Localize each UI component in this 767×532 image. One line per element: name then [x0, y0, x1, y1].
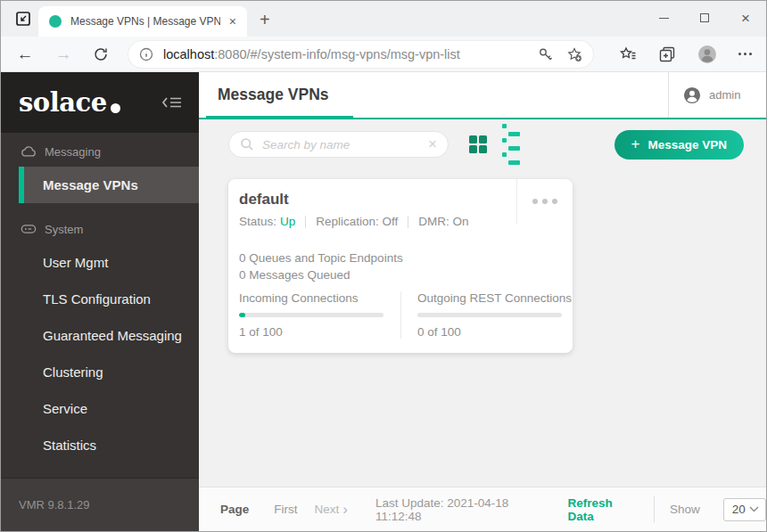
app-body: solace Messaging Message VPNs System: [1, 72, 766, 531]
profile-avatar-icon[interactable]: [697, 45, 717, 64]
sidebar-item-clustering[interactable]: Clustering: [1, 354, 199, 390]
cloud-icon: [21, 145, 37, 158]
plus-icon: +: [631, 138, 640, 151]
sidebar-item-service[interactable]: Service: [1, 390, 199, 427]
nav-section-messaging: Messaging: [1, 136, 199, 167]
browser-toolbar: ← → localhost:8080/#/system-info/msg-vpn…: [1, 37, 766, 72]
page-label: Page: [220, 503, 249, 516]
browser-tab-bar: Message VPNs | Message VPNs | × + ×: [1, 1, 766, 37]
search-input[interactable]: [262, 138, 428, 151]
maximize-icon: [700, 13, 709, 22]
main-panel: Message VPNs admin ×: [199, 72, 766, 531]
metric-value: 0 of 100: [417, 325, 573, 339]
outgoing-rest-connections-metric: Outgoing REST Connections 0 of 100: [400, 291, 573, 339]
replication-label: Replication: Off: [316, 215, 398, 228]
next-label: Next: [315, 503, 340, 516]
chevron-right-icon: ›: [342, 503, 348, 515]
sidebar-item-user-mgmt[interactable]: User Mgmt: [1, 244, 199, 281]
collapse-sidebar-icon[interactable]: [161, 94, 183, 110]
clear-search-icon[interactable]: ×: [428, 137, 437, 151]
search-box[interactable]: ×: [228, 131, 449, 158]
forward-button: →: [54, 45, 72, 64]
sidebar-item-message-vpns[interactable]: Message VPNs: [19, 167, 199, 203]
metric-label: Outgoing REST Connections: [417, 291, 573, 305]
incoming-connections-metric: Incoming Connections 1 of 100: [228, 291, 400, 339]
vpn-summary: 0 Queues and Topic Endpoints 0 Messages …: [228, 250, 573, 283]
sidebar-item-statistics[interactable]: Statistics: [1, 427, 199, 463]
active-tab-underline: [206, 116, 353, 119]
sidebar-item-label: Guaranteed Messaging: [43, 328, 182, 343]
sidebar-nav: Messaging Message VPNs System User Mgmt …: [1, 133, 199, 463]
minimize-icon: [659, 18, 669, 19]
nav-section-label: Messaging: [45, 145, 101, 159]
new-tab-button[interactable]: +: [260, 13, 270, 26]
refresh-data-link[interactable]: Refresh Data: [567, 496, 630, 523]
content-toolbar: × + Message VPN: [228, 124, 766, 165]
collections-icon[interactable]: [658, 45, 676, 63]
sidebar-item-guaranteed-messaging[interactable]: Guaranteed Messaging: [1, 317, 199, 354]
progress-bar: [417, 313, 562, 317]
next-page-button[interactable]: Next ›: [315, 503, 348, 516]
vpn-metrics: Incoming Connections 1 of 100 Outgoing R…: [228, 291, 573, 339]
sidebar-version-footer: VMR 9.8.1.29: [1, 478, 199, 531]
back-button[interactable]: ←: [16, 45, 34, 64]
card-actions-menu-icon[interactable]: [516, 179, 573, 224]
site-info-icon[interactable]: [139, 47, 153, 61]
add-button-label: Message VPN: [647, 138, 727, 151]
vpn-card-default[interactable]: default Status: Up Replication: Off DMR:…: [228, 179, 573, 353]
chevron-down-icon: [749, 506, 759, 512]
browser-tab[interactable]: Message VPNs | Message VPNs | ×: [38, 6, 247, 37]
divider: [305, 216, 306, 228]
sidebar-item-tls-configuration[interactable]: TLS Configuration: [1, 281, 199, 317]
page-title: Message VPNs: [218, 86, 329, 104]
add-favorite-icon[interactable]: [566, 46, 582, 62]
favorites-icon[interactable]: [619, 45, 637, 63]
add-message-vpn-button[interactable]: + Message VPN: [614, 130, 744, 160]
page-size-select[interactable]: 20: [723, 498, 766, 521]
status-value: Up: [280, 215, 295, 228]
settings-more-icon[interactable]: [738, 53, 752, 55]
username-label: admin: [709, 88, 740, 102]
window-controls: ×: [643, 1, 766, 35]
divider: [408, 216, 408, 228]
url-text[interactable]: localhost:8080/#/system-info/msg-vpns/ms…: [163, 47, 525, 61]
minimize-button[interactable]: [643, 1, 684, 35]
browser-toolbar-icons: [619, 45, 766, 64]
tab-actions-menu-icon[interactable]: [13, 9, 33, 29]
address-bar[interactable]: localhost:8080/#/system-info/msg-vpns/ms…: [128, 41, 593, 68]
close-icon: ×: [741, 11, 750, 26]
maximize-button[interactable]: [684, 1, 725, 35]
url-host: localhost: [163, 47, 214, 61]
nav-section-system: System: [1, 214, 199, 244]
site-favicon: [49, 15, 62, 28]
page-size-value: 20: [732, 503, 746, 516]
dmr-label: DMR: On: [418, 215, 468, 228]
page-header: Message VPNs admin: [199, 72, 766, 119]
pagination-footer: Page First Next › Last Update: 2021-04-1…: [199, 487, 766, 531]
search-icon: [240, 137, 254, 151]
last-update-label: Last Update: 2021-04-18 11:12:48: [375, 496, 528, 523]
close-button[interactable]: ×: [725, 1, 766, 35]
refresh-icon[interactable]: [93, 46, 109, 62]
progress-bar: [239, 313, 384, 317]
password-key-icon[interactable]: [538, 46, 554, 62]
sidebar: solace Messaging Message VPNs System: [1, 72, 199, 531]
metric-label: Incoming Connections: [239, 291, 400, 305]
broker-icon: [21, 223, 37, 235]
browser-window: Message VPNs | Message VPNs | × + × ← → …: [0, 0, 767, 532]
sidebar-item-label: TLS Configuration: [43, 291, 151, 307]
first-page-button[interactable]: First: [274, 503, 297, 516]
solace-logo: solace: [19, 87, 120, 118]
user-avatar-icon: [683, 86, 701, 104]
url-path: :8080/#/system-info/msg-vpns/msg-vpn-lis…: [214, 47, 460, 61]
progress-fill: [239, 313, 245, 317]
queues-endpoints-count: 0 Queues and Topic Endpoints: [239, 250, 573, 266]
sidebar-logo-block: solace: [1, 72, 199, 133]
list-view-icon[interactable]: [502, 124, 520, 165]
show-label: Show: [670, 503, 700, 516]
logo-text: solace: [19, 87, 107, 118]
user-menu[interactable]: admin: [668, 72, 766, 118]
content-area: × + Message VPN defaul: [199, 119, 766, 487]
tab-close-icon[interactable]: ×: [226, 14, 240, 29]
grid-view-icon[interactable]: [469, 135, 487, 153]
